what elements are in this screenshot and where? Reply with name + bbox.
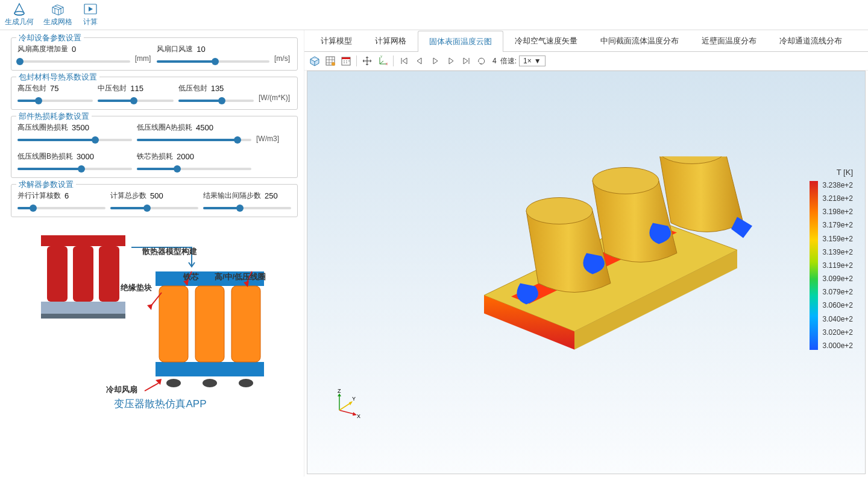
diagram-core-label: 铁芯 <box>183 271 199 282</box>
mv-thermal-value: 115 <box>130 84 143 93</box>
lv-thermal-field: 低压包封 135 <box>178 83 254 102</box>
axis-y-label: Y <box>352 396 356 402</box>
svg-point-15 <box>239 379 253 387</box>
core-heat-value: 2000 <box>177 152 194 161</box>
grid-icon[interactable] <box>324 54 337 68</box>
lvb-coil-label: 低压线圈B热损耗 <box>17 151 73 162</box>
cone-icon <box>11 2 28 16</box>
heat-title: 部件热损耗参数设置 <box>16 111 92 122</box>
legend-tick: 3.119e+2 <box>823 261 853 270</box>
svg-point-23 <box>593 167 659 194</box>
fan-speed-value: 10 <box>197 45 205 54</box>
last-frame-icon[interactable] <box>460 54 473 68</box>
lv-thermal-slider[interactable] <box>178 100 254 102</box>
diagram-fan-label: 冷却风扇 <box>106 384 137 395</box>
legend-tick: 3.179e+2 <box>823 221 853 229</box>
tab-4[interactable]: 中间截面流体温度分布 <box>589 30 690 51</box>
hv-coil-heat-field: 高压线圈热损耗 3500 <box>17 122 132 141</box>
fan-height-value: 0 <box>72 45 76 54</box>
cooling-panel: 冷却设备参数设置 风扇高度增加量 0 [mm] 风扇口风速 10 [m/s] <box>11 37 298 71</box>
play-frame-icon[interactable] <box>429 54 442 68</box>
axis-icon[interactable]: YX <box>376 54 389 68</box>
total-steps-slider[interactable] <box>110 207 198 209</box>
lva-coil-slider[interactable] <box>137 139 251 141</box>
calendar-icon[interactable] <box>339 54 353 68</box>
first-frame-icon[interactable] <box>397 54 410 68</box>
svg-rect-10 <box>159 286 188 362</box>
svg-rect-19 <box>342 57 350 59</box>
mv-thermal-slider[interactable] <box>98 100 173 102</box>
lva-coil-value: 4500 <box>196 123 213 132</box>
lv-thermal-label: 低压包封 <box>178 83 207 94</box>
svg-point-22 <box>526 197 593 224</box>
tab-0[interactable]: 计算模型 <box>309 30 363 51</box>
lva-coil-heat-field: 低压线圈A热损耗 4500 <box>137 122 251 141</box>
next-frame-icon[interactable] <box>444 54 458 68</box>
cube-view-icon[interactable] <box>308 54 321 68</box>
speed-dropdown[interactable]: 1×▼ <box>519 56 546 66</box>
diagram-title: 变压器散热仿真APP <box>35 397 286 411</box>
parallel-slider[interactable] <box>17 207 105 209</box>
fan-speed-slider[interactable] <box>157 60 269 63</box>
tab-6[interactable]: 冷却通道流线分布 <box>768 30 854 51</box>
loop-icon[interactable] <box>476 54 489 68</box>
svg-rect-7 <box>99 246 119 302</box>
gen-geometry-button[interactable]: 生成几何 <box>5 2 34 27</box>
legend-tick: 3.238e+2 <box>823 181 853 189</box>
hv-thermal-label: 高压包封 <box>17 83 46 94</box>
compute-label: 计算 <box>83 17 98 27</box>
tab-3[interactable]: 冷却空气速度矢量 <box>503 30 589 51</box>
tab-5[interactable]: 近壁面温度分布 <box>690 30 768 51</box>
mv-thermal-field: 中压包封 115 <box>98 83 173 102</box>
mesh-cube-icon <box>49 2 66 16</box>
main-toolbar: 生成几何 生成网格 计算 <box>0 0 868 30</box>
svg-rect-4 <box>41 235 125 246</box>
play-icon <box>82 2 99 16</box>
cooling-title: 冷却设备参数设置 <box>16 33 84 43</box>
compute-button[interactable]: 计算 <box>82 2 99 27</box>
axis-x-label: X <box>357 413 360 419</box>
lv-thermal-value: 135 <box>211 84 224 93</box>
fan-speed-unit: [m/s] <box>274 54 291 63</box>
hv-coil-slider[interactable] <box>17 139 132 141</box>
tab-2[interactable]: 固体表面温度云图 <box>418 31 503 52</box>
thermal-unit: [W/(m*K)] <box>259 94 291 102</box>
output-interval-slider[interactable] <box>203 207 291 209</box>
parallel-label: 并行计算核数 <box>17 191 61 201</box>
move-icon[interactable] <box>360 54 374 68</box>
lvb-coil-slider[interactable] <box>17 168 132 170</box>
lva-coil-label: 低压线圈A热损耗 <box>137 122 192 133</box>
output-interval-label: 结果输出间隔步数 <box>203 191 261 201</box>
transformer-diagram: 散热器模型构建 绝缘垫块 铁芯 高/中/低压线圈 冷却风扇 变压器散热仿真APP <box>11 223 298 417</box>
core-heat-slider[interactable] <box>137 168 251 170</box>
heat-unit: [W/m3] <box>256 135 291 143</box>
legend-tick: 3.218e+2 <box>823 194 853 203</box>
hv-thermal-value: 75 <box>50 84 58 93</box>
mv-thermal-label: 中压包封 <box>98 83 127 94</box>
color-legend: 3.238e+23.218e+23.198e+23.179e+23.159e+2… <box>810 181 853 350</box>
hv-coil-value: 3500 <box>72 123 89 132</box>
hv-coil-label: 高压线圈热损耗 <box>17 122 68 133</box>
tab-1[interactable]: 计算网格 <box>363 30 418 51</box>
hv-thermal-slider[interactable] <box>17 100 93 102</box>
gen-geometry-label: 生成几何 <box>5 17 34 27</box>
fan-height-slider[interactable] <box>17 60 130 63</box>
solver-title: 求解器参数设置 <box>16 179 76 190</box>
prev-frame-icon[interactable] <box>413 54 426 68</box>
fan-height-unit: [mm] <box>135 54 153 63</box>
core-heat-label: 铁芯热损耗 <box>137 151 173 162</box>
legend-title: T [K] <box>837 168 853 177</box>
parallel-cores-field: 并行计算核数 6 <box>17 191 105 209</box>
svg-rect-2 <box>41 302 125 314</box>
legend-tick: 3.099e+2 <box>823 274 853 283</box>
legend-tick: 3.079e+2 <box>823 288 853 296</box>
gen-mesh-button[interactable]: 生成网格 <box>43 2 72 27</box>
legend-tick: 3.198e+2 <box>823 208 853 216</box>
svg-point-17 <box>332 62 335 66</box>
parameters-panel: 冷却设备参数设置 风扇高度增加量 0 [mm] 风扇口风速 10 [m/s] 包… <box>0 30 304 477</box>
legend-tick: 3.040e+2 <box>823 315 853 323</box>
legend-tick: 3.139e+2 <box>823 248 853 256</box>
fan-speed-field: 风扇口风速 10 <box>157 44 269 63</box>
output-interval-field: 结果输出间隔步数 250 <box>203 191 291 209</box>
3d-viewport[interactable]: Z Y X T [K] 3.238e+23.218e+23.198e+23.17… <box>307 71 866 474</box>
